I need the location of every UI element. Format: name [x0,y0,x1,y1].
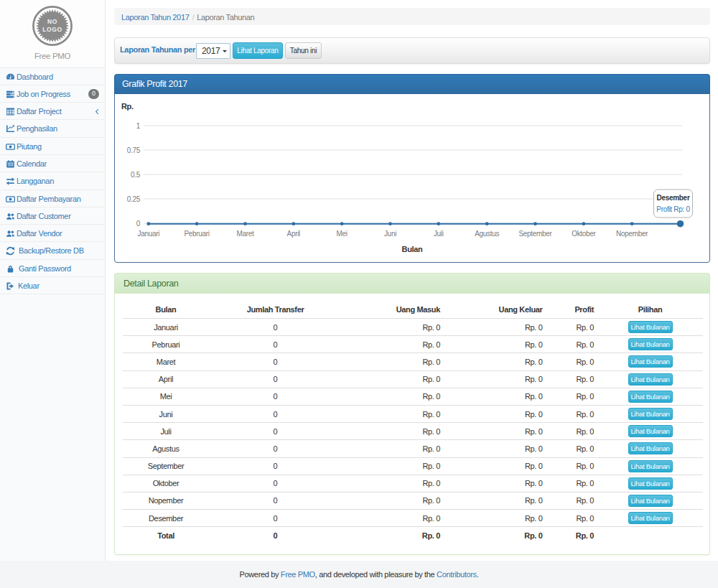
svg-text:Mei: Mei [337,230,348,238]
svg-text:LOGO: LOGO [42,26,62,33]
svg-text:Agustus: Agustus [475,230,499,238]
svg-text:Rp.: Rp. [121,102,134,111]
svg-text:Juni: Juni [384,230,396,238]
svg-text:Profit Rp: 0: Profit Rp: 0 [656,205,690,213]
svg-text:Oktober: Oktober [572,230,596,238]
svg-text:Bulan: Bulan [402,245,423,253]
svg-text:Desember: Desember [657,194,690,202]
svg-text:Juli: Juli [434,230,444,238]
svg-text:0.25: 0.25 [127,195,141,203]
svg-text:April: April [287,230,301,238]
svg-text:1: 1 [136,122,141,130]
svg-text:0: 0 [136,220,141,228]
svg-text:NO: NO [47,18,57,25]
svg-text:0.75: 0.75 [127,146,141,154]
svg-text:0.5: 0.5 [131,171,141,179]
svg-text:Maret: Maret [236,230,254,238]
svg-text:Pebruari: Pebruari [184,230,209,238]
svg-text:Nopember: Nopember [616,230,648,238]
svg-text:Januari: Januari [137,230,159,238]
svg-text:September: September [518,230,552,238]
